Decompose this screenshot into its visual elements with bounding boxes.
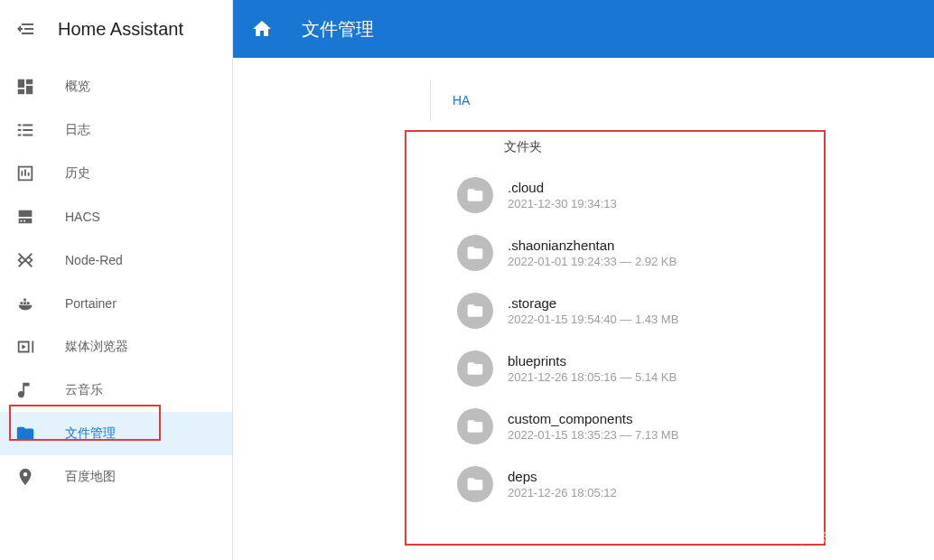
media-icon (14, 336, 36, 358)
folder-item[interactable]: .shaonianzhentan 2022-01-01 19:24:33 — 2… (457, 224, 934, 282)
hacs-icon (14, 206, 36, 228)
sidebar-item-label: Node-Red (65, 253, 123, 267)
sidebar-item-log[interactable]: 日志 (0, 108, 232, 152)
folder-meta: 2021-12-26 18:05:16 — 5.14 KB (508, 370, 677, 384)
folder-item[interactable]: .storage 2022-01-15 19:54:40 — 1.43 MB (457, 282, 934, 340)
folder-name: custom_components (508, 411, 678, 426)
zhihu-icon (794, 529, 810, 546)
folder-info: .shaonianzhentan 2022-01-01 19:24:33 — 2… (508, 238, 677, 268)
folder-info: blueprints 2021-12-26 18:05:16 — 5.14 KB (508, 353, 677, 384)
topbar: 文件管理 (233, 0, 934, 58)
breadcrumb: HA (430, 79, 918, 121)
sidebar-item-label: 文件管理 (65, 425, 116, 442)
watermark: 知乎 @蜡笔小陈 (794, 528, 916, 546)
folder-item[interactable]: deps 2021-12-26 18:05:12 (457, 455, 934, 513)
portainer-icon (14, 293, 36, 314)
sidebar-item-map[interactable]: 百度地图 (0, 455, 232, 499)
folder-item[interactable]: .cloud 2021-12-30 19:34:13 (457, 166, 934, 224)
folder-icon (457, 466, 493, 502)
folder-icon (457, 350, 493, 387)
folder-name: blueprints (508, 353, 677, 369)
sidebar-item-media[interactable]: 媒体浏览器 (0, 325, 232, 369)
dashboard-icon (14, 76, 36, 98)
sidebar-item-nodered[interactable]: Node-Red (0, 238, 232, 282)
sidebar-item-portainer[interactable]: Portainer (0, 282, 232, 325)
sidebar-item-label: HACS (65, 210, 100, 224)
folders-header: 文件夹 (430, 121, 934, 166)
folder-icon (457, 235, 493, 271)
folder-name: deps (508, 469, 617, 484)
sidebar-item-label: Portainer (65, 296, 117, 311)
music-icon (14, 379, 36, 401)
sidebar-nav: 概览 日志 历史 HACS Node-Red Portainer 媒体浏览器 (0, 58, 232, 499)
folder-icon (457, 177, 493, 213)
nodered-icon (14, 249, 36, 271)
sidebar-item-label: 概览 (65, 79, 90, 95)
folder-meta: 2022-01-01 19:24:33 — 2.92 KB (508, 255, 677, 268)
folder-list: .cloud 2021-12-30 19:34:13 .shaonianzhen… (430, 166, 934, 513)
map-icon (14, 466, 36, 488)
main-area: 文件管理 HA 文件夹 .cloud 2021-12-30 19:34:13 .… (233, 0, 934, 560)
folder-meta: 2021-12-30 19:34:13 (508, 197, 617, 210)
folder-icon (457, 408, 493, 444)
history-icon (14, 163, 36, 184)
folder-info: custom_components 2022-01-15 18:35:23 — … (508, 411, 678, 442)
folder-info: .storage 2022-01-15 19:54:40 — 1.43 MB (508, 295, 678, 326)
folder-name: .storage (508, 295, 678, 311)
sidebar: Home Assistant 概览 日志 历史 HACS Node-Red Po… (0, 0, 233, 560)
log-icon (14, 119, 36, 141)
folder-name: .cloud (508, 180, 617, 195)
sidebar-item-hacs[interactable]: HACS (0, 195, 232, 238)
sidebar-item-label: 日志 (65, 122, 90, 138)
folder-item[interactable]: blueprints 2021-12-26 18:05:16 — 5.14 KB (457, 340, 934, 397)
folder-icon (14, 423, 36, 444)
content: HA 文件夹 .cloud 2021-12-30 19:34:13 .shaon… (233, 58, 934, 560)
folder-info: deps 2021-12-26 18:05:12 (508, 469, 617, 499)
sidebar-item-label: 百度地图 (65, 469, 116, 485)
sidebar-item-music[interactable]: 云音乐 (0, 369, 232, 412)
folder-item[interactable]: custom_components 2022-01-15 18:35:23 — … (457, 397, 934, 455)
home-icon[interactable] (251, 18, 273, 40)
sidebar-item-label: 媒体浏览器 (65, 339, 128, 355)
sidebar-item-files[interactable]: 文件管理 (0, 412, 232, 455)
sidebar-item-history[interactable]: 历史 (0, 152, 232, 195)
folder-meta: 2022-01-15 18:35:23 — 7.13 MB (508, 428, 678, 442)
folder-name: .shaonianzhentan (508, 238, 677, 253)
folder-meta: 2021-12-26 18:05:12 (508, 486, 617, 499)
sidebar-item-label: 历史 (65, 165, 90, 182)
page-title: 文件管理 (302, 17, 374, 42)
folder-info: .cloud 2021-12-30 19:34:13 (508, 180, 617, 210)
menu-toggle-button[interactable] (14, 18, 36, 40)
sidebar-item-label: 云音乐 (65, 382, 103, 398)
folder-meta: 2022-01-15 19:54:40 — 1.43 MB (508, 313, 678, 326)
app-title: Home Assistant (58, 19, 183, 40)
folder-icon (457, 293, 493, 329)
menu-icon (14, 18, 36, 40)
breadcrumb-root[interactable]: HA (453, 93, 470, 107)
sidebar-header: Home Assistant (0, 0, 232, 58)
sidebar-item-overview[interactable]: 概览 (0, 65, 232, 108)
